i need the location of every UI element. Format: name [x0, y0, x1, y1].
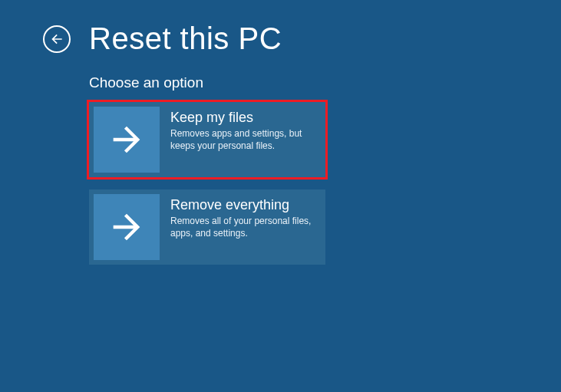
option-desc: Removes apps and settings, but keeps you…	[170, 127, 319, 152]
option-desc: Removes all of your personal files, apps…	[170, 215, 319, 239]
arrow-right-icon	[107, 120, 147, 160]
option-keep-my-files[interactable]: Keep my files Removes apps and settings,…	[89, 102, 325, 177]
options-list: Keep my files Removes apps and settings,…	[89, 102, 561, 265]
arrow-left-icon	[49, 31, 64, 47]
option-icon-tile	[94, 194, 160, 260]
page-subtitle: Choose an option	[89, 74, 561, 91]
back-button[interactable]	[43, 25, 71, 53]
option-text: Keep my files Removes apps and settings,…	[164, 102, 325, 177]
option-text: Remove everything Removes all of your pe…	[164, 189, 325, 265]
header: Reset this PC	[0, 0, 561, 56]
page-title: Reset this PC	[89, 21, 282, 56]
option-icon-tile	[94, 107, 160, 173]
arrow-right-icon	[107, 207, 147, 247]
option-label: Keep my files	[170, 110, 319, 126]
option-label: Remove everything	[170, 197, 319, 213]
option-remove-everything[interactable]: Remove everything Removes all of your pe…	[89, 189, 325, 265]
